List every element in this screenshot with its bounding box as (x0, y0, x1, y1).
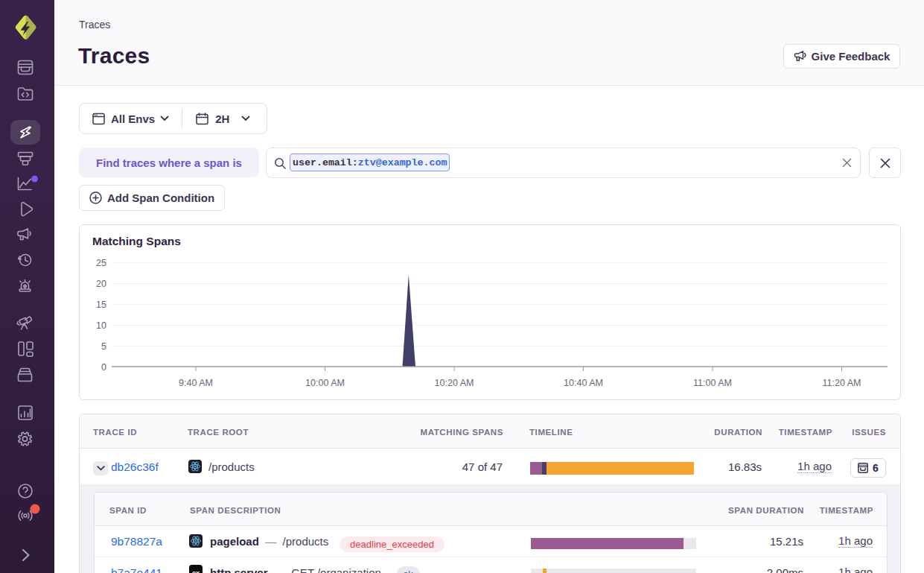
svg-text:10:00 AM: 10:00 AM (305, 378, 345, 388)
svg-text:10: 10 (96, 320, 106, 331)
svg-text:25: 25 (96, 258, 106, 268)
svg-text:11:20 AM: 11:20 AM (823, 378, 861, 388)
svg-text:5: 5 (101, 341, 106, 352)
svg-text:9:40 AM: 9:40 AM (179, 378, 213, 388)
svg-text:10:40 AM: 10:40 AM (564, 378, 603, 388)
svg-text:0: 0 (101, 362, 106, 373)
svg-text:11:00 AM: 11:00 AM (693, 378, 732, 388)
svg-text:15: 15 (96, 300, 106, 310)
svg-text:20: 20 (96, 279, 106, 289)
svg-text:ex: ex (192, 569, 200, 573)
svg-text:10:20 AM: 10:20 AM (435, 378, 474, 388)
